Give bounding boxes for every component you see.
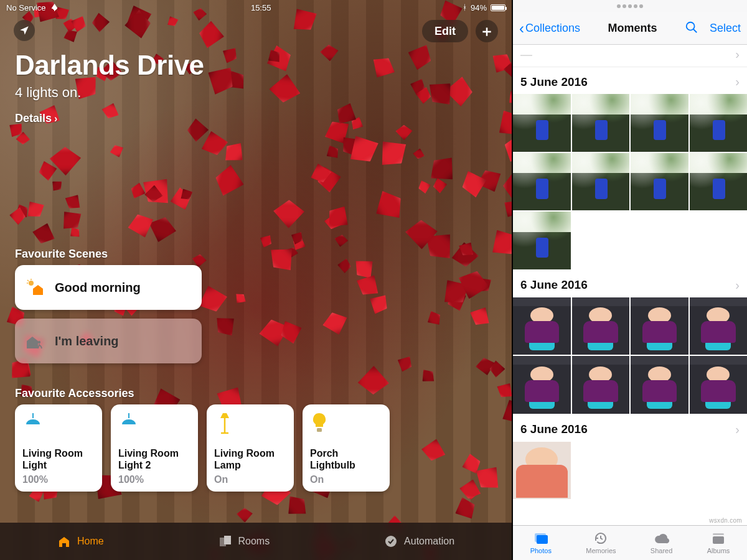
- photo-thumbnail[interactable]: [513, 297, 571, 355]
- chevron-left-icon: ‹: [519, 20, 524, 37]
- moment-title: 5 June 2016: [520, 75, 588, 89]
- tab-rooms[interactable]: Rooms: [218, 534, 270, 548]
- accessory-tile-living-room-lamp[interactable]: Living Room Lamp On: [207, 404, 294, 492]
- accessory-status: On: [214, 474, 286, 485]
- svg-point-13: [687, 22, 695, 30]
- sunrise-house-icon: [25, 278, 45, 297]
- svg-rect-9: [317, 428, 322, 432]
- moments-scroll[interactable]: — › 5 June 2016 › 6 June 2016 ›: [513, 45, 747, 525]
- moment-title: 6 June 2016: [520, 422, 588, 436]
- accessories-heading: Favourite Accessories: [15, 387, 134, 400]
- accessory-name: Living Room Lamp: [214, 448, 286, 472]
- moment-grid: [513, 297, 747, 415]
- tab-home[interactable]: Home: [57, 534, 104, 548]
- clock: 15:55: [251, 3, 271, 12]
- accessory-name: Porch Lightbulb: [310, 448, 382, 472]
- moment-header-partial[interactable]: — ›: [513, 45, 747, 67]
- chevron-right-icon: ›: [54, 113, 57, 124]
- photos-app-pane: ‹ Collections Moments Select — › 5 June …: [512, 0, 747, 560]
- tab-shared[interactable]: Shared: [651, 531, 672, 554]
- ceiling-light-icon: [118, 412, 190, 437]
- tab-label: Home: [77, 536, 104, 547]
- home-name: Darlands Drive: [15, 50, 497, 81]
- photo-thumbnail[interactable]: [572, 356, 630, 414]
- photo-thumbnail[interactable]: [572, 94, 630, 152]
- photo-thumbnail[interactable]: [513, 94, 571, 152]
- tab-albums[interactable]: Albums: [707, 531, 730, 554]
- clock-rewind-icon: [593, 531, 609, 545]
- carrier-text: No Service: [6, 3, 46, 12]
- photo-thumbnail[interactable]: [631, 297, 688, 355]
- chevron-right-icon: ›: [735, 422, 740, 437]
- location-button[interactable]: [14, 20, 35, 41]
- lightbulb-icon: [310, 412, 382, 437]
- nav-title: Moments: [608, 22, 657, 35]
- scene-im-leaving[interactable]: I'm leaving: [15, 319, 202, 363]
- moment-title: 6 June 2016: [520, 278, 588, 292]
- tab-memories[interactable]: Memories: [586, 531, 616, 554]
- photo-thumbnail[interactable]: [513, 356, 571, 414]
- status-bar: No Service 15:55 ᚼ 94%: [0, 0, 512, 14]
- photo-thumbnail[interactable]: [572, 297, 630, 355]
- photo-thumbnail[interactable]: [690, 356, 748, 414]
- accessory-name: Living Room Light 2: [118, 448, 190, 472]
- photos-status-bar: [513, 0, 747, 12]
- tab-photos[interactable]: Photos: [530, 531, 552, 554]
- photo-thumbnail[interactable]: [631, 153, 688, 211]
- back-to-collections[interactable]: ‹ Collections: [519, 20, 580, 37]
- svg-rect-16: [537, 535, 548, 544]
- accessory-tile-living-room-light-2[interactable]: Living Room Light 2 100%: [111, 404, 198, 492]
- photo-thumbnail[interactable]: [690, 297, 748, 355]
- moment-header-5-june[interactable]: 5 June 2016 ›: [513, 67, 747, 94]
- photos-tabbar: Photos Memories Shared Albums: [513, 525, 747, 560]
- chevron-right-icon: ›: [735, 47, 740, 62]
- select-button[interactable]: Select: [710, 22, 741, 35]
- back-label: Collections: [525, 22, 580, 35]
- accessory-name: Living Room Light: [22, 448, 95, 472]
- scene-label: I'm leaving: [55, 334, 119, 348]
- details-link[interactable]: Details ›: [15, 112, 57, 125]
- wifi-icon: [50, 4, 60, 11]
- house-icon: [57, 534, 71, 548]
- photo-thumbnail[interactable]: [631, 94, 688, 152]
- scene-good-morning[interactable]: Good morning: [15, 265, 202, 310]
- photo-thumbnail[interactable]: [513, 442, 571, 500]
- moment-grid: [513, 94, 747, 271]
- moment-header-6-june-a[interactable]: 6 June 2016 ›: [513, 271, 747, 297]
- svg-line-3: [27, 280, 29, 281]
- svg-point-0: [29, 281, 34, 286]
- photo-thumbnail[interactable]: [513, 212, 571, 269]
- photo-thumbnail[interactable]: [513, 153, 571, 211]
- bluetooth-icon: ᚼ: [463, 3, 467, 12]
- tab-label: Albums: [707, 547, 730, 554]
- edit-button[interactable]: Edit: [422, 20, 468, 42]
- rooms-icon: [218, 534, 232, 548]
- chevron-right-icon: ›: [735, 278, 740, 292]
- location-arrow-icon: [19, 25, 30, 36]
- albums-stack-icon: [710, 531, 726, 545]
- photo-thumbnail[interactable]: [572, 153, 630, 211]
- svg-rect-17: [713, 533, 724, 535]
- svg-line-14: [693, 29, 697, 32]
- photo-thumbnail[interactable]: [690, 94, 748, 152]
- ceiling-light-icon: [22, 412, 95, 437]
- accessory-tile-living-room-light[interactable]: Living Room Light 100%: [15, 404, 102, 492]
- accessory-status: 100%: [118, 474, 190, 485]
- photo-thumbnail[interactable]: [631, 356, 688, 414]
- home-app-pane: No Service 15:55 ᚼ 94% Edit ＋ Darlands D…: [0, 0, 512, 560]
- house-person-icon: [25, 331, 45, 351]
- accessory-status: 100%: [22, 474, 95, 485]
- svg-rect-18: [713, 536, 724, 544]
- add-button[interactable]: ＋: [476, 20, 498, 42]
- accessory-tile-porch-lightbulb[interactable]: Porch Lightbulb On: [303, 404, 390, 492]
- watermark: wsxdn.com: [709, 517, 742, 524]
- svg-rect-11: [224, 536, 231, 544]
- moment-header-6-june-b[interactable]: 6 June 2016 ›: [513, 415, 747, 442]
- search-button[interactable]: [685, 21, 698, 37]
- photos-stack-icon: [533, 531, 549, 545]
- clock-check-icon: [384, 534, 398, 548]
- photo-thumbnail[interactable]: [690, 153, 748, 211]
- search-icon: [685, 21, 698, 34]
- battery-icon: [491, 4, 505, 11]
- tab-automation[interactable]: Automation: [384, 534, 454, 548]
